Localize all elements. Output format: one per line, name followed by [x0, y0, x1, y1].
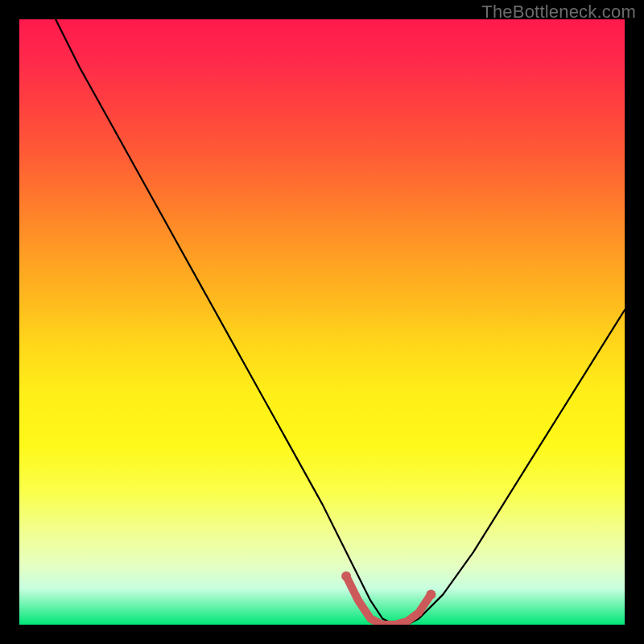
bottleneck-minimum-highlight: [346, 576, 431, 625]
bottleneck-curve: [56, 19, 625, 625]
highlight-dot: [341, 572, 351, 581]
highlight-dot: [426, 589, 436, 599]
chart-frame: TheBottleneck.com: [0, 0, 644, 644]
plot-area: [19, 19, 625, 625]
chart-svg: [19, 19, 625, 625]
